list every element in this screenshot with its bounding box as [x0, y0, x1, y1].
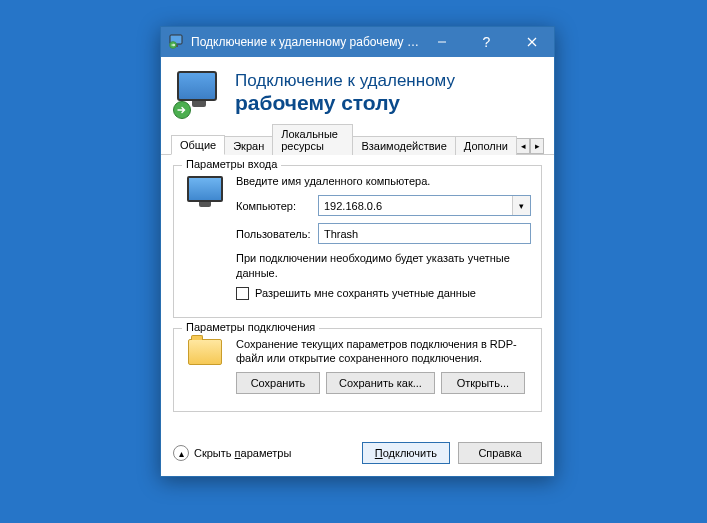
save-credentials-checkbox[interactable]: [236, 287, 249, 300]
window-title: Подключение к удаленному рабочему с...: [191, 35, 419, 49]
tabs-scroll-left[interactable]: ◂: [516, 138, 530, 154]
minimize-button[interactable]: [419, 27, 464, 57]
credentials-note: При подключении необходимо будет указать…: [236, 251, 531, 280]
login-settings-legend: Параметры входа: [182, 158, 281, 170]
open-button[interactable]: Открыть...: [441, 372, 525, 394]
dialog-header: Подключение к удаленному рабочему столу: [161, 57, 554, 133]
rdp-header-icon: [177, 71, 221, 115]
folder-icon: [184, 337, 226, 402]
rdp-dialog-window: Подключение к удаленному рабочему с... ?…: [160, 26, 555, 477]
tab-general[interactable]: Общие: [171, 135, 225, 155]
save-as-button[interactable]: Сохранить как...: [326, 372, 435, 394]
computer-combobox[interactable]: ▾: [318, 195, 531, 216]
app-icon: [169, 34, 185, 50]
help-titlebar-button[interactable]: ?: [464, 27, 509, 57]
login-hint: Введите имя удаленного компьютера.: [236, 174, 531, 188]
connect-button[interactable]: Подключить: [362, 442, 450, 464]
help-button[interactable]: Справка: [458, 442, 542, 464]
login-settings-group: Параметры входа Введите имя удаленного к…: [173, 165, 542, 318]
user-label: Пользователь:: [236, 228, 312, 240]
tabs-bar: Общие Экран Локальные ресурсы Взаимодейс…: [161, 133, 554, 155]
computer-icon: [184, 174, 226, 307]
chevron-down-icon[interactable]: ▾: [512, 196, 530, 215]
close-button[interactable]: [509, 27, 554, 57]
hide-options-toggle[interactable]: ▴ Скрыть параметры: [173, 445, 291, 461]
connection-desc: Сохранение текущих параметров подключени…: [236, 337, 531, 366]
header-title-line1: Подключение к удаленному: [235, 71, 455, 91]
header-title-line2: рабочему столу: [235, 91, 455, 115]
tab-display[interactable]: Экран: [224, 136, 273, 155]
tab-local-resources[interactable]: Локальные ресурсы: [272, 124, 353, 155]
connection-settings-legend: Параметры подключения: [182, 321, 319, 333]
tab-experience[interactable]: Взаимодействие: [352, 136, 455, 155]
save-button[interactable]: Сохранить: [236, 372, 320, 394]
tab-advanced[interactable]: Дополни: [455, 136, 517, 155]
username-input[interactable]: [318, 223, 531, 244]
computer-input[interactable]: [319, 196, 512, 215]
save-credentials-label: Разрешить мне сохранять учетные данные: [255, 287, 476, 299]
titlebar: Подключение к удаленному рабочему с... ?: [161, 27, 554, 57]
dialog-footer: ▴ Скрыть параметры Подключить Справка: [161, 434, 554, 476]
hide-options-label: Скрыть параметры: [194, 447, 291, 459]
connection-settings-group: Параметры подключения Сохранение текущих…: [173, 328, 542, 413]
chevron-up-icon: ▴: [173, 445, 189, 461]
computer-label: Компьютер:: [236, 200, 312, 212]
tabs-scroll-right[interactable]: ▸: [530, 138, 544, 154]
